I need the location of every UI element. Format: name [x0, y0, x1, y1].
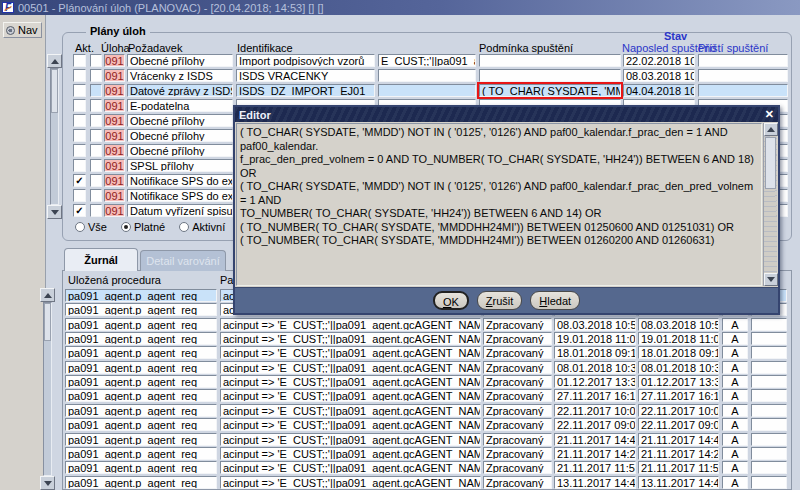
task-number-cell[interactable]: 091 — [104, 189, 125, 202]
journal-extra-cell[interactable] — [751, 433, 787, 446]
task-identification-cell[interactable]: Import podpisových vzorů — [236, 54, 375, 67]
journal-parameters-cell[interactable]: acinput => 'E_CUST;;'||pa091_agent.gcAGE… — [220, 447, 481, 460]
nav-button[interactable]: Nav — [3, 22, 42, 38]
task-number-cell[interactable]: 091 — [104, 99, 125, 112]
task-active-checkbox[interactable]: ✓ — [73, 204, 86, 217]
task-number-cell[interactable]: 091 — [104, 144, 125, 157]
journal-end-cell[interactable]: 18.01.2018 09:14:42 — [638, 346, 719, 359]
journal-extra-cell[interactable] — [751, 404, 787, 417]
journal-start-cell[interactable]: 08.01.2018 10:39:42 — [554, 361, 636, 374]
journal-end-cell[interactable]: 22.11.2017 10:08:43 — [638, 404, 719, 417]
search-button[interactable]: Hledat — [530, 291, 580, 310]
task-aux-field[interactable] — [90, 174, 102, 187]
journal-start-cell[interactable]: 08.03.2018 10:53:59 — [554, 318, 636, 331]
journal-extra-cell[interactable] — [751, 375, 787, 388]
journal-parameters-cell[interactable]: acinput => 'E_CUST;;'||pa091_agent.gcAGE… — [220, 361, 481, 374]
journal-extra-cell[interactable] — [751, 346, 787, 359]
journal-procedure-cell[interactable]: pa091_agent.p_agent_req — [65, 389, 217, 402]
task-name-cell[interactable]: Obecné přílohy — [127, 54, 233, 67]
editor-dialog-titlebar[interactable]: Editor ✕ — [235, 107, 778, 122]
task-name-cell[interactable]: E-podatelna — [127, 99, 233, 112]
journal-flag-cell[interactable]: A — [722, 318, 748, 331]
journal-end-cell[interactable]: 21.11.2017 14:43:54 — [638, 433, 719, 446]
task-name-cell[interactable]: SPSL přílohy — [127, 159, 233, 172]
journal-status-cell[interactable]: Zpracovaný — [483, 461, 552, 474]
task-nextrun-cell[interactable] — [698, 54, 788, 67]
task-name-cell[interactable]: Notifikace SPS do exteních — [127, 174, 233, 187]
journal-start-cell[interactable]: 22.11.2017 10:08:34 — [554, 404, 636, 417]
journal-end-cell[interactable]: 21.11.2017 11:54:37 — [638, 461, 719, 474]
task-active-checkbox[interactable] — [73, 144, 86, 157]
task-active-checkbox[interactable] — [73, 84, 86, 97]
task-aux-field[interactable] — [90, 114, 102, 127]
tab-detail-varovani[interactable]: Detail varování — [140, 250, 226, 271]
journal-extra-cell[interactable] — [751, 389, 787, 402]
editor-scrollbar-thumb[interactable] — [765, 137, 776, 189]
task-identification-cell[interactable]: ISDS VRACENKY — [236, 69, 375, 82]
journal-extra-cell[interactable] — [751, 447, 787, 460]
journal-flag-cell[interactable]: A — [722, 375, 748, 388]
editor-scrollbar[interactable] — [763, 123, 777, 286]
journal-start-cell[interactable]: 01.12.2017 13:37:28 — [554, 375, 636, 388]
task-number-cell[interactable]: 091 — [104, 174, 125, 187]
col-header-pristi[interactable]: Příští spuštění — [698, 42, 768, 54]
journal-procedure-cell[interactable]: pa091_agent.p_agent_req — [65, 332, 217, 345]
task-number-cell[interactable]: 091 — [104, 159, 125, 172]
editor-scroll-down-button[interactable] — [764, 273, 778, 286]
journal-flag-cell[interactable]: A — [722, 461, 748, 474]
journal-procedure-cell[interactable]: pa091_agent.p_agent_req — [65, 461, 217, 474]
task-aux-field[interactable] — [90, 189, 102, 202]
journal-procedure-cell[interactable]: pa091_agent.p_agent_req — [65, 361, 217, 374]
journal-extra-cell[interactable] — [751, 418, 787, 431]
task-parameter-cell[interactable] — [378, 84, 476, 97]
task-active-checkbox[interactable]: ✓ — [73, 174, 86, 187]
col-header-stav[interactable]: Stav — [664, 30, 687, 42]
task-number-cell[interactable]: 091 — [104, 84, 125, 97]
journal-parameters-cell[interactable]: acinput => 'E_CUST;;'||pa091_agent.gcAGE… — [220, 318, 481, 331]
task-parameter-cell[interactable]: E_CUST;;'||pa091_agent. — [378, 54, 476, 67]
task-number-cell[interactable]: 091 — [104, 54, 125, 67]
journal-end-cell[interactable]: 08.01.2018 10:39:54 — [638, 361, 719, 374]
journal-start-cell[interactable]: 19.01.2018 11:00:07 — [554, 332, 636, 345]
tab-zurnal[interactable]: Žurnál — [64, 248, 138, 271]
task-nextrun-cell[interactable] — [698, 84, 788, 97]
journal-status-cell[interactable]: Zpracovaný — [483, 389, 552, 402]
journal-scroll-down-button[interactable] — [40, 476, 55, 490]
radio-platne[interactable]: Platné — [121, 221, 165, 233]
journal-parameters-cell[interactable]: acinput => 'E_CUST;;'||pa091_agent.gcAGE… — [220, 346, 481, 359]
plans-scroll-up-button[interactable] — [47, 54, 62, 68]
journal-status-cell[interactable]: Zpracovaný — [483, 418, 552, 431]
journal-end-cell[interactable]: 21.11.2017 14:22:45 — [638, 447, 719, 460]
journal-procedure-cell[interactable]: pa091_agent.p_agent_req — [65, 375, 217, 388]
journal-flag-cell[interactable]: A — [722, 418, 748, 431]
journal-scrollbar-thumb[interactable] — [44, 303, 51, 341]
journal-extra-cell[interactable] — [751, 461, 787, 474]
journal-flag-cell[interactable]: A — [722, 389, 748, 402]
task-condition-cell[interactable] — [479, 54, 621, 67]
journal-parameters-cell[interactable]: acinput => 'E_CUST;;'||pa091_agent.gcAGE… — [220, 418, 481, 431]
task-aux-field[interactable] — [90, 129, 102, 142]
task-aux-field[interactable] — [90, 204, 102, 217]
task-name-cell[interactable]: Datové zprávy z ISDS — [127, 84, 233, 97]
journal-status-cell[interactable]: Zpracovaný — [483, 332, 552, 345]
journal-procedure-cell[interactable]: pa091_agent.p_agent_req — [65, 418, 217, 431]
journal-status-cell[interactable]: Zpracovaný — [483, 318, 552, 331]
task-number-cell[interactable]: 091 — [104, 114, 125, 127]
journal-start-cell[interactable]: 27.11.2017 16:12:53 — [554, 389, 636, 402]
journal-status-cell[interactable]: Zpracovaný — [483, 361, 552, 374]
task-active-checkbox[interactable] — [73, 159, 86, 172]
journal-procedure-cell[interactable]: pa091_agent.p_agent_req — [65, 318, 217, 331]
task-name-cell[interactable]: Obecné přílohy — [127, 114, 233, 127]
task-active-checkbox[interactable] — [73, 99, 86, 112]
journal-start-cell[interactable]: 21.11.2017 14:22:38 — [554, 447, 636, 460]
close-icon[interactable]: ✕ — [765, 108, 774, 121]
journal-parameters-cell[interactable]: acinput => 'E_CUST;;'||pa091_agent.gcAGE… — [220, 433, 481, 446]
journal-procedure-cell[interactable]: pa091_agent.p_agent_req — [65, 433, 217, 446]
journal-start-cell[interactable]: 13.11.2017 14:41:54 — [554, 476, 636, 489]
task-active-checkbox[interactable] — [73, 54, 86, 67]
ok-button[interactable]: OK — [433, 291, 469, 310]
plans-scroll-down-button[interactable] — [47, 205, 62, 219]
journal-procedure-cell[interactable]: pa091_agent.p_agent_req — [65, 303, 217, 316]
task-identification-cell[interactable]: ISDS_DZ_IMPORT_EJ01 — [236, 84, 375, 97]
journal-parameters-cell[interactable]: acinput => 'E_CUST;;'||pa091_agent.gcAGE… — [220, 461, 481, 474]
